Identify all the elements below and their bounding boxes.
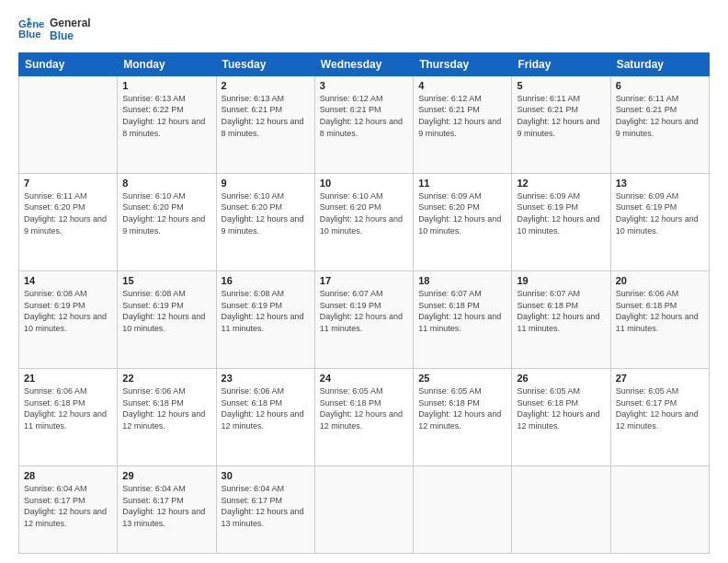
day-info: Sunrise: 6:10 AMSunset: 6:20 PMDaylight:… [320,190,408,236]
logo-line2: Blue [50,29,91,42]
day-cell: 14Sunrise: 6:08 AMSunset: 6:19 PMDayligh… [19,270,118,368]
day-number: 29 [122,470,210,481]
day-info: Sunrise: 6:13 AMSunset: 6:22 PMDaylight:… [122,93,210,139]
day-cell: 18Sunrise: 6:07 AMSunset: 6:18 PMDayligh… [414,270,512,368]
day-cell: 5Sunrise: 6:11 AMSunset: 6:21 PMDaylight… [512,75,610,173]
week-row-2: 7Sunrise: 6:11 AMSunset: 6:20 PMDaylight… [19,173,710,270]
day-info: Sunrise: 6:07 AMSunset: 6:18 PMDaylight:… [517,288,605,334]
svg-text:Blue: Blue [18,29,41,40]
day-info: Sunrise: 6:06 AMSunset: 6:18 PMDaylight:… [616,288,704,334]
day-number: 26 [517,373,605,384]
day-cell: 2Sunrise: 6:13 AMSunset: 6:21 PMDaylight… [216,75,314,173]
day-cell: 22Sunrise: 6:06 AMSunset: 6:18 PMDayligh… [118,368,216,465]
day-cell: 4Sunrise: 6:12 AMSunset: 6:21 PMDaylight… [414,75,512,173]
day-number: 28 [24,470,112,481]
day-info: Sunrise: 6:09 AMSunset: 6:19 PMDaylight:… [616,190,704,236]
day-info: Sunrise: 6:08 AMSunset: 6:19 PMDaylight:… [24,288,112,334]
day-number: 27 [616,373,704,384]
day-number: 17 [320,275,408,286]
day-info: Sunrise: 6:05 AMSunset: 6:17 PMDaylight:… [616,385,704,431]
day-number: 30 [222,470,310,481]
day-info: Sunrise: 6:07 AMSunset: 6:19 PMDaylight:… [320,288,408,334]
day-cell: 21Sunrise: 6:06 AMSunset: 6:18 PMDayligh… [19,368,118,465]
day-cell: 9Sunrise: 6:10 AMSunset: 6:20 PMDaylight… [216,173,314,270]
day-info: Sunrise: 6:05 AMSunset: 6:18 PMDaylight:… [418,385,506,431]
day-cell: 19Sunrise: 6:07 AMSunset: 6:18 PMDayligh… [512,270,610,368]
day-info: Sunrise: 6:11 AMSunset: 6:21 PMDaylight:… [517,93,605,139]
day-info: Sunrise: 6:05 AMSunset: 6:18 PMDaylight:… [517,385,605,431]
day-cell: 17Sunrise: 6:07 AMSunset: 6:19 PMDayligh… [314,270,413,368]
day-cell: 3Sunrise: 6:12 AMSunset: 6:21 PMDaylight… [314,75,413,173]
day-cell [414,466,512,554]
day-info: Sunrise: 6:13 AMSunset: 6:21 PMDaylight:… [222,93,310,139]
day-info: Sunrise: 6:12 AMSunset: 6:21 PMDaylight:… [418,93,506,139]
day-number: 19 [517,275,605,286]
day-number: 3 [320,80,408,91]
day-info: Sunrise: 6:08 AMSunset: 6:19 PMDaylight:… [122,288,210,334]
day-cell: 7Sunrise: 6:11 AMSunset: 6:20 PMDaylight… [19,173,118,270]
calendar-page: General Blue General Blue SundayMondayTu… [0,0,728,563]
day-info: Sunrise: 6:04 AMSunset: 6:17 PMDaylight:… [24,483,112,529]
day-cell: 20Sunrise: 6:06 AMSunset: 6:18 PMDayligh… [610,270,709,368]
day-number: 10 [320,178,408,189]
day-cell: 11Sunrise: 6:09 AMSunset: 6:20 PMDayligh… [414,173,512,270]
header: General Blue General Blue [18,17,710,43]
day-cell [610,466,709,554]
day-cell: 13Sunrise: 6:09 AMSunset: 6:19 PMDayligh… [610,173,709,270]
day-cell: 1Sunrise: 6:13 AMSunset: 6:22 PMDaylight… [118,75,216,173]
day-number: 6 [616,80,704,91]
day-cell: 16Sunrise: 6:08 AMSunset: 6:19 PMDayligh… [216,270,314,368]
col-header-tuesday: Tuesday [216,52,314,75]
logo-icon: General Blue [18,17,44,42]
day-number: 23 [222,373,310,384]
logo: General Blue General Blue [18,17,91,43]
day-number: 15 [122,275,210,286]
day-info: Sunrise: 6:10 AMSunset: 6:20 PMDaylight:… [222,190,310,236]
day-info: Sunrise: 6:06 AMSunset: 6:18 PMDaylight:… [222,385,310,431]
day-number: 21 [24,373,112,384]
day-info: Sunrise: 6:09 AMSunset: 6:20 PMDaylight:… [418,190,506,236]
week-row-5: 28Sunrise: 6:04 AMSunset: 6:17 PMDayligh… [19,466,710,554]
day-cell [512,466,610,554]
day-number: 25 [418,373,506,384]
day-number: 24 [320,373,408,384]
day-cell [19,75,118,173]
day-cell: 8Sunrise: 6:10 AMSunset: 6:20 PMDaylight… [118,173,216,270]
day-info: Sunrise: 6:04 AMSunset: 6:17 PMDaylight:… [222,483,310,529]
week-row-4: 21Sunrise: 6:06 AMSunset: 6:18 PMDayligh… [19,368,710,465]
day-number: 20 [616,275,704,286]
day-number: 12 [517,178,605,189]
col-header-sunday: Sunday [19,52,118,75]
col-header-monday: Monday [118,52,216,75]
day-info: Sunrise: 6:06 AMSunset: 6:18 PMDaylight:… [24,385,112,431]
day-cell: 30Sunrise: 6:04 AMSunset: 6:17 PMDayligh… [216,466,314,554]
day-info: Sunrise: 6:11 AMSunset: 6:20 PMDaylight:… [24,190,112,236]
day-info: Sunrise: 6:04 AMSunset: 6:17 PMDaylight:… [122,483,210,529]
day-number: 2 [222,80,310,91]
day-cell: 28Sunrise: 6:04 AMSunset: 6:17 PMDayligh… [19,466,118,554]
day-cell: 26Sunrise: 6:05 AMSunset: 6:18 PMDayligh… [512,368,610,465]
logo-line1: General [50,17,91,29]
day-info: Sunrise: 6:08 AMSunset: 6:19 PMDaylight:… [222,288,310,334]
day-number: 7 [24,178,112,189]
day-info: Sunrise: 6:10 AMSunset: 6:20 PMDaylight:… [122,190,210,236]
day-number: 4 [418,80,506,91]
day-cell: 29Sunrise: 6:04 AMSunset: 6:17 PMDayligh… [118,466,216,554]
day-number: 8 [122,178,210,189]
day-info: Sunrise: 6:07 AMSunset: 6:18 PMDaylight:… [418,288,506,334]
day-number: 5 [517,80,605,91]
day-info: Sunrise: 6:06 AMSunset: 6:18 PMDaylight:… [122,385,210,431]
day-number: 16 [222,275,310,286]
day-cell: 12Sunrise: 6:09 AMSunset: 6:19 PMDayligh… [512,173,610,270]
col-header-wednesday: Wednesday [314,52,413,75]
day-info: Sunrise: 6:12 AMSunset: 6:21 PMDaylight:… [320,93,408,139]
day-cell: 24Sunrise: 6:05 AMSunset: 6:18 PMDayligh… [314,368,413,465]
day-cell: 23Sunrise: 6:06 AMSunset: 6:18 PMDayligh… [216,368,314,465]
day-cell: 10Sunrise: 6:10 AMSunset: 6:20 PMDayligh… [314,173,413,270]
day-number: 13 [616,178,704,189]
calendar-table: SundayMondayTuesdayWednesdayThursdayFrid… [18,52,710,554]
day-number: 22 [122,373,210,384]
col-header-friday: Friday [512,52,610,75]
day-number: 9 [222,178,310,189]
day-cell: 25Sunrise: 6:05 AMSunset: 6:18 PMDayligh… [414,368,512,465]
